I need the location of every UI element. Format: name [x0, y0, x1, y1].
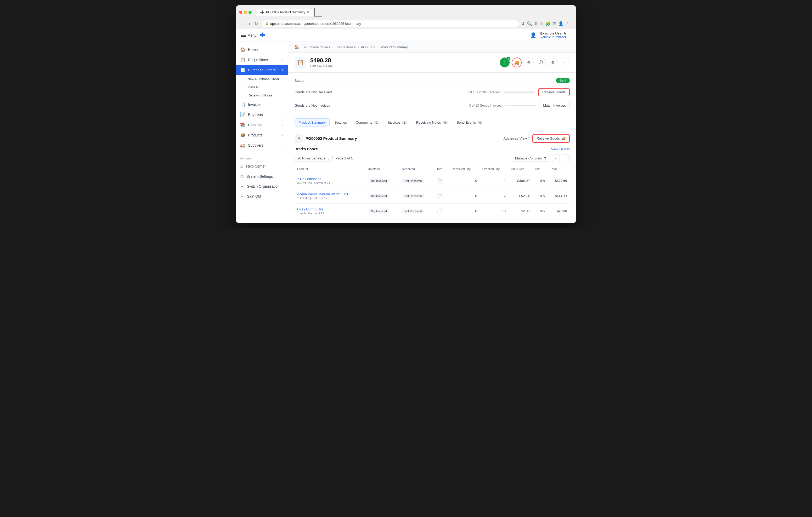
- buy-lists-icon: 📝: [240, 112, 245, 117]
- home-breadcrumb[interactable]: 🏠: [295, 45, 299, 49]
- unit-price-cell: $366.00: [508, 173, 532, 188]
- sidebar-sub-item-view-all[interactable]: View All: [236, 83, 288, 91]
- minimize-button[interactable]: [244, 11, 247, 14]
- col-received: Received: [399, 165, 435, 173]
- sidebar-item-products[interactable]: 📦 Products ⌄: [236, 130, 288, 140]
- sidebar-item-system-settings[interactable]: ⚙ System Settings ⌄: [236, 171, 288, 181]
- traffic-lights: [239, 11, 252, 14]
- tab-send-events[interactable]: Send Events 0: [453, 118, 487, 126]
- manage-columns-button[interactable]: Manage Columns ⚙: [512, 155, 550, 162]
- tab-invoices[interactable]: Invoices 1: [384, 118, 411, 126]
- unit-price-cell: $2.00: [508, 204, 532, 219]
- chevron-down-icon: ⌄: [282, 103, 284, 106]
- browser-tab[interactable]: ➕ PO00002 Product Summary ✕: [256, 9, 313, 16]
- tab-bar: ➕ PO00002 Product Summary ✕ +: [256, 8, 568, 17]
- ps-title: PO00002 Product Summary: [306, 136, 357, 141]
- location-action-button[interactable]: ⊕: [524, 58, 534, 67]
- search-icon[interactable]: 🔍: [527, 21, 532, 26]
- chevron-up-icon: ∧: [282, 68, 284, 71]
- add-icon: +: [281, 77, 283, 81]
- sidebar-item-label: Purchase Orders: [248, 68, 276, 72]
- sidebar-item-invoices[interactable]: 📑 Invoices ⌄: [236, 99, 288, 110]
- nav-actions: ⬇ 🔍 ⬆ ☆ 🧩 ⊡ 👤 ⋮: [521, 21, 570, 26]
- url-text: app.purchaseplus.com/purchase-orders/196…: [270, 22, 361, 26]
- bookmark-icon[interactable]: ☆: [540, 21, 543, 26]
- sidebar-item-label: Suppliers: [248, 143, 263, 147]
- menu-button[interactable]: Menu: [241, 33, 257, 37]
- sidebar-item-buy-lists[interactable]: 📝 Buy Lists ⌄: [236, 110, 288, 120]
- po-amount-info: $490.28 Plus $47.03 Tax: [310, 57, 332, 68]
- breadcrumb-brads-booze[interactable]: Brad's Booze: [336, 45, 355, 49]
- share-icon[interactable]: ⬆: [534, 21, 538, 26]
- extension-icon[interactable]: 🧩: [545, 21, 551, 26]
- download-icon[interactable]: ⬇: [521, 21, 525, 26]
- product-desc: 1 each | Carton of 12: [297, 212, 363, 215]
- receive-goods-button[interactable]: Receive Goods: [538, 88, 570, 96]
- next-page-button[interactable]: ›: [562, 154, 570, 162]
- invoices-count-badge: 1: [402, 121, 407, 124]
- chevron-down-icon: ⌄: [282, 58, 284, 61]
- tab-comments[interactable]: Comments 0: [352, 118, 383, 126]
- account-section-label: Account: [236, 154, 288, 161]
- breadcrumb-purchase-orders[interactable]: Purchase Orders: [304, 45, 330, 49]
- hamburger-icon: [241, 34, 246, 37]
- table-row: Acqua Panna Mineral Water : Still 1 lt B…: [295, 188, 570, 204]
- breadcrumb-po00002[interactable]: PO00002: [361, 45, 375, 49]
- address-bar[interactable]: 🔒 app.purchaseplus.com/purchase-orders/1…: [261, 20, 519, 27]
- info-button[interactable]: ⓘ: [437, 193, 443, 199]
- sidebar-item-sign-out[interactable]: → Sign Out: [236, 191, 288, 201]
- breadcrumb-sep: ›: [357, 45, 359, 49]
- advanced-view-info-icon: ?: [528, 136, 530, 140]
- more-options-icon[interactable]: ⋮: [566, 21, 570, 26]
- tax-cell: 10%: [532, 173, 547, 188]
- tab-product-summary[interactable]: Product Summary: [295, 118, 329, 126]
- product-name-link[interactable]: 7 Up Lemonade: [297, 177, 363, 181]
- view-details-link[interactable]: View Details: [551, 147, 570, 151]
- sidebar-item-suppliers[interactable]: 🚛 Suppliers ⌄: [236, 140, 288, 150]
- share-action-button[interactable]: ⊗: [548, 58, 558, 67]
- previous-page-button[interactable]: ‹: [552, 154, 560, 162]
- received-badge: Not Received: [402, 179, 424, 183]
- upload-action-button[interactable]: ↑ 0: [500, 58, 510, 67]
- goods-received-count: 0 of 13 Goods Received: [467, 90, 500, 94]
- invoices-icon: 📑: [240, 102, 245, 107]
- back-button[interactable]: ‹: [242, 20, 245, 27]
- received-qty-cell: 0: [449, 173, 480, 188]
- sidebar-item-home[interactable]: 🏠 Home: [236, 44, 288, 55]
- receive-goods-button-2[interactable]: Receive Goods 🚚: [532, 134, 570, 143]
- header-chevron-icon[interactable]: ⌄: [568, 33, 571, 37]
- more-actions-button[interactable]: ⋮: [560, 58, 570, 67]
- rows-per-page-selector[interactable]: 20 Rows per Page ⌄: [295, 155, 333, 162]
- reload-button[interactable]: ↻: [254, 20, 259, 27]
- sidebar-sub-item-new-po[interactable]: New Purchase Order +: [236, 75, 288, 83]
- tab-settings[interactable]: Settings: [331, 118, 351, 126]
- status-badge: Sent: [556, 78, 570, 83]
- product-name-link[interactable]: Acqua Panna Mineral Water : Still: [297, 192, 363, 196]
- new-tab-button[interactable]: +: [314, 8, 322, 17]
- received-qty-cell: 0: [449, 204, 480, 219]
- receive-goods-action-button[interactable]: 🚚: [512, 58, 522, 67]
- tab-close-button[interactable]: ✕: [307, 11, 309, 13]
- maximize-button[interactable]: [249, 11, 252, 14]
- user-profile-icon[interactable]: 👤: [558, 21, 563, 26]
- send-events-count-badge: 0: [477, 121, 483, 124]
- sidebar-sub-item-receiving-notes[interactable]: Receiving Notes: [236, 91, 288, 99]
- info-action-button[interactable]: ⓘ: [536, 58, 546, 67]
- sidebar-item-switch-organisation[interactable]: ↔ Switch Organisation: [236, 181, 288, 191]
- split-view-icon[interactable]: ⊡: [553, 21, 556, 26]
- match-invoices-button[interactable]: Match Invoices: [539, 102, 570, 109]
- sidebar-item-purchase-orders[interactable]: 📄 Purchase Orders ∧: [236, 65, 288, 75]
- info-button[interactable]: ⓘ: [437, 178, 443, 184]
- sidebar-item-requisitions[interactable]: 📋 Requisitions ⌄: [236, 55, 288, 65]
- main-content: 🏠 › Purchase Orders › Brad's Booze › PO0…: [288, 42, 576, 223]
- advanced-view-toggle[interactable]: Advanced View ?: [503, 136, 530, 140]
- sidebar-item-help-center[interactable]: ⊙ Help Center: [236, 161, 288, 171]
- tab-receiving-notes[interactable]: Receiving Notes 0: [412, 118, 452, 126]
- tab-label: Comments: [356, 121, 372, 124]
- sidebar-item-catalogs[interactable]: 📚 Catalogs ⌄: [236, 120, 288, 130]
- product-name-link[interactable]: Fizzy Gum Bullits: [297, 207, 363, 211]
- close-button[interactable]: [239, 11, 242, 14]
- forward-button[interactable]: ›: [248, 20, 251, 27]
- po-tax: Plus $47.03 Tax: [310, 64, 332, 68]
- info-button[interactable]: ⓘ: [437, 208, 443, 214]
